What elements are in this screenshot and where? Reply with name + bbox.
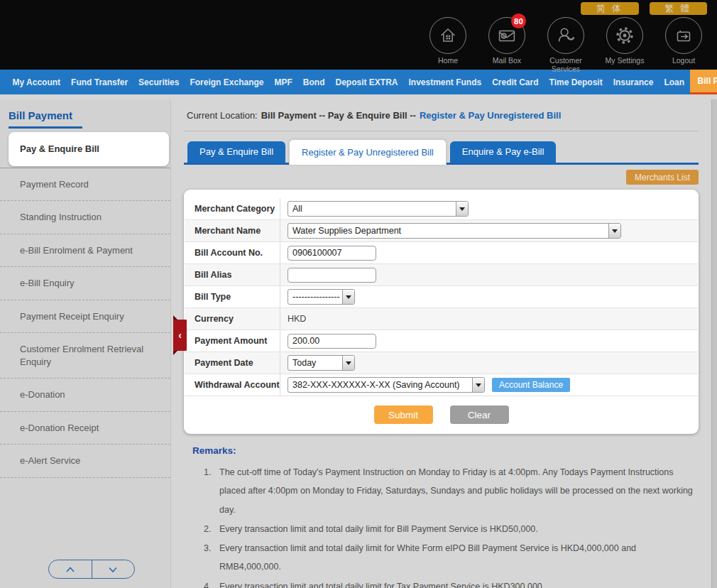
dropdown-arrow-icon[interactable]: [472, 378, 484, 392]
payment-amount-input[interactable]: [288, 334, 376, 349]
home-button[interactable]: Home: [426, 17, 470, 73]
nav-time-deposit[interactable]: Time Deposit: [544, 70, 608, 94]
tab-enquire-pay-ebill[interactable]: Enquire & Pay e-Bill: [450, 141, 557, 163]
sidebar-item-standing-instruction[interactable]: Standing Instruction: [0, 201, 170, 234]
customer-services-icon: [547, 17, 584, 54]
payment-date-select[interactable]: Today: [288, 355, 355, 371]
dropdown-arrow-icon[interactable]: [456, 202, 468, 216]
simplified-chinese-button[interactable]: 简 体: [581, 2, 638, 15]
sidebar-item-payment-receipt-enquiry[interactable]: Payment Receipt Enquiry: [0, 300, 170, 334]
remarks-section: Remarks: The cut-off time of Today's Pay…: [184, 445, 699, 588]
sidebar-pager: [48, 560, 135, 579]
remark-item: Every transaction limit and total daily …: [214, 577, 699, 588]
sidebar-item-edonation[interactable]: e-Donation: [0, 379, 170, 412]
nav-foreign-exchange[interactable]: Foreign Exchange: [185, 70, 269, 94]
dropdown-arrow-icon[interactable]: [342, 290, 354, 304]
logout-button[interactable]: Logout: [662, 17, 706, 73]
form-row-currency: Currency HKD: [185, 308, 698, 330]
my-settings-button[interactable]: My Settings: [603, 17, 647, 73]
gear-icon: [606, 17, 643, 54]
scroll-down-button[interactable]: [92, 560, 135, 578]
merchants-list-button[interactable]: Merchants List: [626, 170, 699, 185]
breadcrumb-path: Bill Payment -- Pay & Enquire Bill --: [261, 110, 416, 121]
chevron-down-icon: [106, 565, 119, 574]
mailbox-label: Mail Box: [493, 56, 521, 65]
nav-my-account[interactable]: My Account: [7, 70, 66, 94]
sidebar-item-customer-enrolment-retrieval[interactable]: Customer Enrolment Retrieval Enquiry: [0, 333, 170, 379]
sidebar-item-edonation-receipt[interactable]: e-Donation Receipt: [0, 412, 170, 445]
page-body: Bill Payment Pay & Enquire Bill Payment …: [0, 94, 717, 588]
nav-investment-funds[interactable]: Investment Funds: [403, 70, 487, 94]
main-content: ‹ Current Location: Bill Payment -- Pay …: [170, 99, 717, 588]
bill-type-select[interactable]: ----------------: [288, 289, 355, 305]
logout-icon: [665, 17, 702, 54]
form-row-payment-amount: Payment Amount: [185, 330, 698, 352]
customer-services-button[interactable]: Customer Services: [544, 17, 588, 73]
remark-item: Every transaction limit and total daily …: [214, 539, 699, 577]
tab-bar: Pay & Enquire Bill Register & Pay Unregi…: [184, 139, 699, 165]
nav-mpf[interactable]: MPF: [269, 70, 297, 94]
nav-insurance[interactable]: Insurance: [608, 70, 659, 94]
sidebar-collapse-button[interactable]: ‹: [173, 320, 187, 351]
merchant-name-value: Water Supplies Department: [288, 226, 608, 236]
currency-label: Currency: [185, 314, 280, 324]
breadcrumb: Current Location: Bill Payment -- Pay & …: [184, 99, 699, 131]
merchant-category-select[interactable]: All: [288, 201, 469, 217]
sidebar-item-ebill-enquiry[interactable]: e-Bill Enquiry: [0, 267, 170, 300]
merchant-name-select[interactable]: Water Supplies Department: [288, 223, 621, 239]
sidebar-title: Bill Payment: [9, 109, 82, 129]
nav-fund-transfer[interactable]: Fund Transfer: [66, 70, 133, 94]
nav-deposit-extra[interactable]: Deposit EXTRA: [330, 70, 403, 94]
dropdown-arrow-icon[interactable]: [342, 356, 354, 370]
mailbox-button[interactable]: e 80 Mail Box: [485, 17, 529, 73]
nav-bill-payment[interactable]: Bill Payment: [690, 70, 717, 94]
sidebar-item-ebill-enrolment[interactable]: e-Bill Enrolment & Payment: [0, 234, 170, 268]
remark-item: The cut-off time of Today's Payment Inst…: [214, 463, 699, 519]
remarks-title: Remarks:: [192, 445, 699, 456]
bill-alias-input[interactable]: [288, 268, 376, 283]
bill-alias-label: Bill Alias: [185, 270, 280, 280]
sidebar-menu: Pay & Enquire Bill Payment Record Standi…: [0, 132, 170, 478]
quick-icons: Home e 80 Mail Box C: [426, 17, 706, 73]
nav-bond[interactable]: Bond: [297, 70, 330, 94]
sidebar-item-ealert-service[interactable]: e-Alert Service: [0, 445, 170, 478]
customer-services-label: Customer Services: [544, 56, 588, 73]
traditional-chinese-button[interactable]: 繁 體: [650, 2, 707, 15]
payment-amount-label: Payment Amount: [185, 336, 280, 346]
bill-type-label: Bill Type: [185, 292, 280, 302]
chevron-up-icon: [64, 565, 77, 574]
withdrawal-account-select[interactable]: 382-XXX-XXXXXX-X-XX (Saving Account): [288, 377, 485, 393]
language-switch: 简 体 繁 體: [581, 2, 707, 15]
sidebar-item-pay-enquire-bill[interactable]: Pay & Enquire Bill: [9, 132, 169, 166]
tab-pay-enquire-bill[interactable]: Pay & Enquire Bill: [187, 141, 285, 163]
form-row-merchant-category: Merchant Category All: [185, 198, 698, 220]
mail-count-badge: 80: [511, 13, 526, 28]
breadcrumb-current: Register & Pay Unregistered Bill: [420, 110, 561, 121]
sidebar-item-payment-record[interactable]: Payment Record: [0, 168, 170, 202]
merchant-category-label: Merchant Category: [185, 204, 280, 214]
withdrawal-account-value: 382-XXX-XXXXXX-X-XX (Saving Account): [288, 380, 472, 390]
svg-text:e: e: [503, 33, 505, 38]
nav-credit-card[interactable]: Credit Card: [487, 70, 544, 94]
nav-loan[interactable]: Loan: [659, 70, 690, 94]
remark-item: Every transaction limit and total daily …: [214, 520, 699, 538]
bill-type-value: ----------------: [288, 292, 342, 302]
nav-securities[interactable]: Securities: [133, 70, 185, 94]
account-balance-button[interactable]: Account Balance: [492, 378, 570, 392]
bill-account-no-input[interactable]: [288, 246, 376, 261]
my-settings-label: My Settings: [606, 56, 645, 65]
tab-register-pay-unregistered-bill[interactable]: Register & Pay Unregistered Bill: [289, 139, 447, 165]
page-scrollbar[interactable]: [711, 99, 717, 588]
form-actions: Submit Clear: [184, 405, 699, 424]
clear-button[interactable]: Clear: [450, 405, 509, 424]
top-header-bar: 简 体 繁 體 Home: [0, 0, 717, 70]
payment-date-value: Today: [288, 358, 342, 368]
submit-button[interactable]: Submit: [374, 405, 433, 424]
form-row-payment-date: Payment Date Today: [185, 352, 698, 374]
form-row-merchant-name: Merchant Name Water Supplies Department: [185, 220, 698, 242]
scroll-up-button[interactable]: [49, 560, 92, 578]
payment-date-label: Payment Date: [185, 358, 280, 368]
remarks-list: The cut-off time of Today's Payment Inst…: [214, 463, 699, 588]
dropdown-arrow-icon[interactable]: [608, 224, 620, 238]
merchants-row: Merchants List: [184, 170, 699, 185]
